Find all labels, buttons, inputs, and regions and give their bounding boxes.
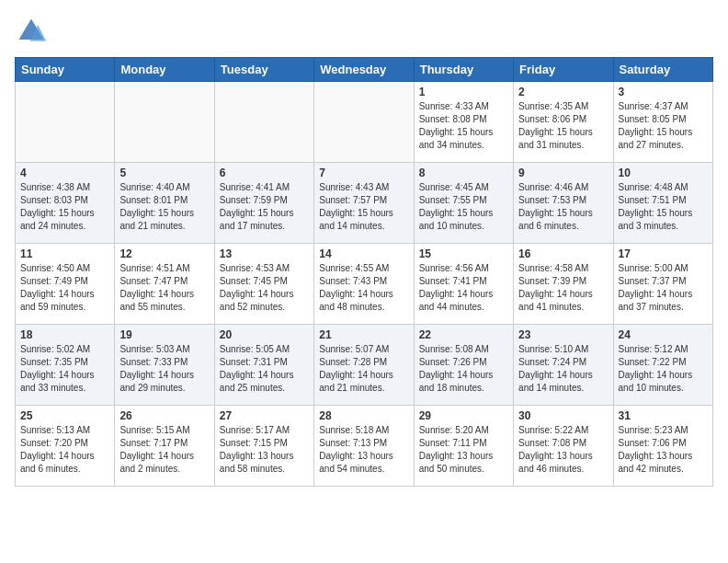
calendar-cell: 1Sunrise: 4:33 AM Sunset: 8:08 PM Daylig… <box>414 82 513 163</box>
day-info: Sunrise: 4:35 AM Sunset: 8:06 PM Dayligh… <box>518 100 608 152</box>
calendar-cell: 25Sunrise: 5:13 AM Sunset: 7:20 PM Dayli… <box>16 406 115 487</box>
calendar-table: SundayMondayTuesdayWednesdayThursdayFrid… <box>15 57 713 487</box>
calendar-cell: 19Sunrise: 5:03 AM Sunset: 7:33 PM Dayli… <box>115 325 214 406</box>
day-info: Sunrise: 4:33 AM Sunset: 8:08 PM Dayligh… <box>419 100 508 152</box>
day-number: 28 <box>319 409 408 422</box>
week-row-1: 1Sunrise: 4:33 AM Sunset: 8:08 PM Daylig… <box>16 82 713 163</box>
calendar-cell: 6Sunrise: 4:41 AM Sunset: 7:59 PM Daylig… <box>214 163 313 244</box>
day-info: Sunrise: 4:37 AM Sunset: 8:05 PM Dayligh… <box>619 100 708 152</box>
calendar-cell: 7Sunrise: 4:43 AM Sunset: 7:57 PM Daylig… <box>314 163 414 244</box>
day-info: Sunrise: 5:23 AM Sunset: 7:06 PM Dayligh… <box>619 424 708 476</box>
day-info: Sunrise: 5:08 AM Sunset: 7:26 PM Dayligh… <box>419 343 508 395</box>
day-info: Sunrise: 5:13 AM Sunset: 7:20 PM Dayligh… <box>20 424 109 476</box>
day-info: Sunrise: 5:15 AM Sunset: 7:17 PM Dayligh… <box>119 424 209 476</box>
calendar-cell <box>16 82 115 163</box>
day-number: 26 <box>119 409 209 422</box>
calendar-cell: 18Sunrise: 5:02 AM Sunset: 7:35 PM Dayli… <box>16 325 115 406</box>
day-info: Sunrise: 5:05 AM Sunset: 7:31 PM Dayligh… <box>220 343 309 395</box>
calendar-cell: 29Sunrise: 5:20 AM Sunset: 7:11 PM Dayli… <box>414 406 513 487</box>
day-info: Sunrise: 5:07 AM Sunset: 7:28 PM Dayligh… <box>319 343 408 395</box>
weekday-monday: Monday <box>115 58 214 82</box>
day-info: Sunrise: 4:55 AM Sunset: 7:43 PM Dayligh… <box>319 262 408 314</box>
day-number: 27 <box>220 409 309 422</box>
day-number: 10 <box>619 167 708 179</box>
week-row-5: 25Sunrise: 5:13 AM Sunset: 7:20 PM Dayli… <box>16 406 713 487</box>
calendar-cell: 9Sunrise: 4:46 AM Sunset: 7:53 PM Daylig… <box>514 163 613 244</box>
calendar-cell: 27Sunrise: 5:17 AM Sunset: 7:15 PM Dayli… <box>214 406 313 487</box>
day-number: 4 <box>20 167 109 179</box>
calendar-cell: 2Sunrise: 4:35 AM Sunset: 8:06 PM Daylig… <box>514 82 613 163</box>
week-row-4: 18Sunrise: 5:02 AM Sunset: 7:35 PM Dayli… <box>16 325 713 406</box>
calendar-cell: 15Sunrise: 4:56 AM Sunset: 7:41 PM Dayli… <box>414 244 513 325</box>
calendar-cell <box>115 82 214 163</box>
day-info: Sunrise: 4:41 AM Sunset: 7:59 PM Dayligh… <box>220 181 309 233</box>
weekday-thursday: Thursday <box>414 58 513 82</box>
calendar-cell <box>314 82 414 163</box>
calendar-cell: 22Sunrise: 5:08 AM Sunset: 7:26 PM Dayli… <box>414 325 513 406</box>
calendar-cell: 26Sunrise: 5:15 AM Sunset: 7:17 PM Dayli… <box>115 406 214 487</box>
day-number: 13 <box>220 247 309 260</box>
day-info: Sunrise: 4:48 AM Sunset: 7:51 PM Dayligh… <box>619 181 708 233</box>
calendar-cell: 14Sunrise: 4:55 AM Sunset: 7:43 PM Dayli… <box>314 244 414 325</box>
day-info: Sunrise: 5:22 AM Sunset: 7:08 PM Dayligh… <box>518 424 608 476</box>
header <box>15 15 713 48</box>
calendar-cell: 30Sunrise: 5:22 AM Sunset: 7:08 PM Dayli… <box>514 406 613 487</box>
day-info: Sunrise: 4:40 AM Sunset: 8:01 PM Dayligh… <box>119 181 209 233</box>
day-number: 23 <box>518 328 608 341</box>
day-info: Sunrise: 4:45 AM Sunset: 7:55 PM Dayligh… <box>419 181 508 233</box>
day-info: Sunrise: 5:17 AM Sunset: 7:15 PM Dayligh… <box>220 424 309 476</box>
calendar-cell: 8Sunrise: 4:45 AM Sunset: 7:55 PM Daylig… <box>414 163 513 244</box>
calendar-cell: 11Sunrise: 4:50 AM Sunset: 7:49 PM Dayli… <box>16 244 115 325</box>
day-info: Sunrise: 4:58 AM Sunset: 7:39 PM Dayligh… <box>518 262 608 314</box>
day-number: 6 <box>220 167 309 179</box>
day-info: Sunrise: 5:02 AM Sunset: 7:35 PM Dayligh… <box>20 343 109 395</box>
day-info: Sunrise: 4:43 AM Sunset: 7:57 PM Dayligh… <box>319 181 408 233</box>
day-info: Sunrise: 4:51 AM Sunset: 7:47 PM Dayligh… <box>119 262 209 314</box>
day-number: 17 <box>619 247 708 260</box>
day-info: Sunrise: 5:00 AM Sunset: 7:37 PM Dayligh… <box>619 262 708 314</box>
day-number: 5 <box>119 167 209 179</box>
weekday-sunday: Sunday <box>16 58 115 82</box>
calendar-cell: 20Sunrise: 5:05 AM Sunset: 7:31 PM Dayli… <box>214 325 313 406</box>
day-number: 20 <box>220 328 309 341</box>
day-number: 24 <box>619 328 708 341</box>
day-number: 3 <box>619 86 708 98</box>
day-number: 8 <box>419 167 508 179</box>
day-number: 11 <box>20 247 109 260</box>
calendar-cell: 21Sunrise: 5:07 AM Sunset: 7:28 PM Dayli… <box>314 325 414 406</box>
logo <box>15 15 51 48</box>
logo-icon <box>15 15 48 48</box>
calendar-cell: 17Sunrise: 5:00 AM Sunset: 7:37 PM Dayli… <box>613 244 712 325</box>
day-number: 16 <box>518 247 608 260</box>
day-info: Sunrise: 4:53 AM Sunset: 7:45 PM Dayligh… <box>220 262 309 314</box>
week-row-3: 11Sunrise: 4:50 AM Sunset: 7:49 PM Dayli… <box>16 244 713 325</box>
day-info: Sunrise: 4:50 AM Sunset: 7:49 PM Dayligh… <box>20 262 109 314</box>
day-number: 18 <box>20 328 109 341</box>
day-info: Sunrise: 5:03 AM Sunset: 7:33 PM Dayligh… <box>119 343 209 395</box>
calendar-cell: 28Sunrise: 5:18 AM Sunset: 7:13 PM Dayli… <box>314 406 414 487</box>
day-info: Sunrise: 4:56 AM Sunset: 7:41 PM Dayligh… <box>419 262 508 314</box>
day-number: 29 <box>419 409 508 422</box>
calendar-cell: 12Sunrise: 4:51 AM Sunset: 7:47 PM Dayli… <box>115 244 214 325</box>
day-number: 25 <box>20 409 109 422</box>
calendar-cell: 5Sunrise: 4:40 AM Sunset: 8:01 PM Daylig… <box>115 163 214 244</box>
day-info: Sunrise: 5:10 AM Sunset: 7:24 PM Dayligh… <box>518 343 608 395</box>
day-number: 21 <box>319 328 408 341</box>
weekday-friday: Friday <box>514 58 613 82</box>
day-number: 2 <box>518 86 608 98</box>
calendar-cell: 3Sunrise: 4:37 AM Sunset: 8:05 PM Daylig… <box>613 82 712 163</box>
calendar-cell: 10Sunrise: 4:48 AM Sunset: 7:51 PM Dayli… <box>613 163 712 244</box>
day-number: 9 <box>518 167 608 179</box>
day-number: 22 <box>419 328 508 341</box>
weekday-saturday: Saturday <box>613 58 712 82</box>
calendar-cell: 16Sunrise: 4:58 AM Sunset: 7:39 PM Dayli… <box>514 244 613 325</box>
week-row-2: 4Sunrise: 4:38 AM Sunset: 8:03 PM Daylig… <box>16 163 713 244</box>
day-number: 7 <box>319 167 408 179</box>
calendar-cell <box>214 82 313 163</box>
calendar-cell: 4Sunrise: 4:38 AM Sunset: 8:03 PM Daylig… <box>16 163 115 244</box>
weekday-wednesday: Wednesday <box>314 58 414 82</box>
day-info: Sunrise: 5:18 AM Sunset: 7:13 PM Dayligh… <box>319 424 408 476</box>
calendar-cell: 31Sunrise: 5:23 AM Sunset: 7:06 PM Dayli… <box>613 406 712 487</box>
day-number: 31 <box>619 409 708 422</box>
day-info: Sunrise: 5:12 AM Sunset: 7:22 PM Dayligh… <box>619 343 708 395</box>
